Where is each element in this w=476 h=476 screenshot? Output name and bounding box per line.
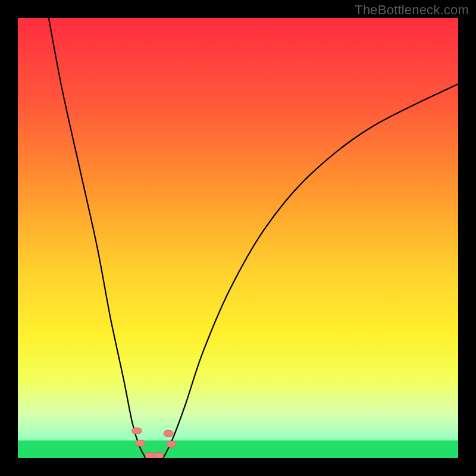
data-marker <box>136 440 145 446</box>
data-marker <box>164 431 173 437</box>
data-marker <box>154 453 164 458</box>
good-zone-band <box>18 440 458 458</box>
plot-area <box>18 18 458 458</box>
gradient-background <box>18 18 458 458</box>
watermark-text: TheBottleneck.com <box>355 2 469 18</box>
data-marker <box>167 441 176 447</box>
data-marker <box>132 428 142 434</box>
chart-frame: TheBottleneck.com <box>0 0 476 476</box>
data-marker <box>145 453 155 458</box>
